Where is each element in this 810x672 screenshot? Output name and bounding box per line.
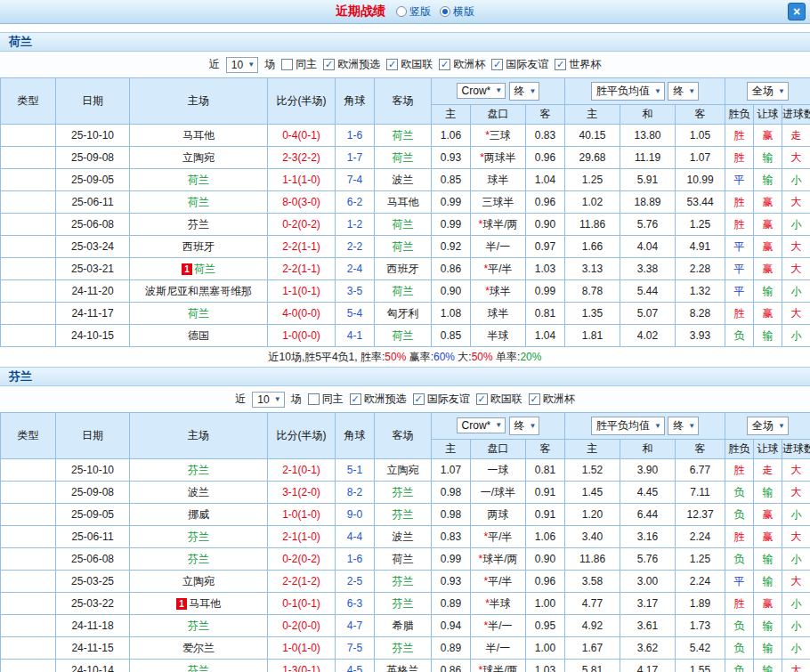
away-team-cell[interactable]: 匈牙利 xyxy=(375,303,432,325)
away-team-cell[interactable]: 立陶宛 xyxy=(375,459,432,482)
home-team-cell[interactable]: 芬兰 xyxy=(130,214,268,236)
score-cell: 0-2(0-0) xyxy=(268,615,336,637)
home-team-cell[interactable]: 立陶宛 xyxy=(130,147,268,169)
match-date-cell: 24-11-15 xyxy=(56,637,130,660)
handicap-cell: 三球半 xyxy=(471,191,526,214)
league-filter-checkbox[interactable]: ✓国际友谊 xyxy=(491,57,548,72)
corner-cell: 5-4 xyxy=(336,303,375,325)
avg-away-cell: 2.28 xyxy=(676,258,725,280)
home-team-cell[interactable]: 芬兰 xyxy=(130,459,268,482)
home-team-cell[interactable]: 德国 xyxy=(130,325,268,347)
checkbox-icon: ✓ xyxy=(350,393,361,405)
corner-cell: 9-0 xyxy=(336,504,375,526)
odds-company-select[interactable]: Crow*▼ xyxy=(457,83,506,99)
avg-draw-cell: 6.44 xyxy=(620,504,676,526)
match-date-cell: 25-10-10 xyxy=(56,459,130,482)
league-filter-checkbox[interactable]: ✓欧洲预选 xyxy=(350,392,407,407)
league-filter-checkbox[interactable]: 同主 xyxy=(308,392,344,407)
home-odds-cell: 0.86 xyxy=(432,660,471,672)
avg-type-select[interactable]: 胜平负均值▼ xyxy=(591,82,665,101)
corner-cell: 3-5 xyxy=(336,280,375,303)
away-team-cell[interactable]: 希腊 xyxy=(375,615,432,637)
home-team-cell[interactable]: 爱尔兰 xyxy=(130,637,268,660)
avg-away-cell: 1.73 xyxy=(676,615,725,637)
home-team-cell[interactable]: 马耳他 xyxy=(130,125,268,147)
match-row: 欧国联24-11-15爱尔兰1-0(1-0)7-5芬兰0.89半/一1.001.… xyxy=(1,637,810,660)
score-cell: 2-2(1-1) xyxy=(268,258,336,280)
home-team-cell[interactable]: 西班牙 xyxy=(130,236,268,258)
handicap-cell: *球半 xyxy=(471,280,526,303)
home-team-cell[interactable]: 波斯尼亚和黑塞哥维那 xyxy=(130,280,268,303)
away-team-cell[interactable]: 荷兰 xyxy=(375,125,432,147)
home-odds-cell: 0.92 xyxy=(432,236,471,258)
odds-company-select[interactable]: Crow*▼ xyxy=(457,417,506,433)
home-team-cell[interactable]: 芬兰 xyxy=(130,548,268,571)
league-filter-checkbox[interactable]: ✓国际友谊 xyxy=(413,392,470,407)
scope-select[interactable]: 全场▼ xyxy=(747,82,789,101)
away-team-cell[interactable]: 荷兰 xyxy=(375,236,432,258)
avg-away-cell: 2.24 xyxy=(676,526,725,548)
league-filter-checkbox[interactable]: ✓世界杯 xyxy=(555,57,601,72)
wdl-result-cell: 负 xyxy=(725,660,754,672)
layout-option-vertical[interactable]: 竖版 xyxy=(396,4,431,20)
league-filter-checkbox[interactable]: ✓欧洲杯 xyxy=(439,57,485,72)
summary-segment: 单率: xyxy=(493,351,521,363)
match-count-select[interactable]: 10▼ xyxy=(252,392,284,408)
league-filter-checkbox[interactable]: ✓欧国联 xyxy=(386,57,433,72)
wdl-result-cell: 平 xyxy=(725,571,754,593)
home-team-cell[interactable]: 挪威 xyxy=(130,504,268,526)
home-team-cell[interactable]: 1马耳他 xyxy=(130,593,268,615)
scope-select[interactable]: 全场▼ xyxy=(747,417,789,435)
away-team-cell[interactable]: 荷兰 xyxy=(375,548,432,571)
away-team-cell[interactable]: 芬兰 xyxy=(375,593,432,615)
home-team-cell[interactable]: 荷兰 xyxy=(130,303,268,325)
away-team-cell[interactable]: 荷兰 xyxy=(375,325,432,347)
close-button[interactable]: × xyxy=(788,3,806,20)
wdl-result-cell: 胜 xyxy=(725,526,754,548)
odds-stage-select[interactable]: 终▼ xyxy=(509,82,540,101)
away-team-cell[interactable]: 荷兰 xyxy=(375,147,432,169)
away-team-cell[interactable]: 荷兰 xyxy=(375,280,432,303)
handicap-result-cell: 赢 xyxy=(754,191,782,214)
layout-option-horizontal[interactable]: 横版 xyxy=(440,4,474,20)
league-filter-checkbox[interactable]: ✓欧洲预选 xyxy=(323,57,380,72)
avg-stage-select[interactable]: 终▼ xyxy=(668,82,699,101)
away-team-cell[interactable]: 西班牙 xyxy=(375,258,432,280)
avg-stage-select[interactable]: 终▼ xyxy=(668,417,699,435)
away-team-cell[interactable]: 芬兰 xyxy=(375,504,432,526)
home-team-cell[interactable]: 1荷兰 xyxy=(130,258,268,280)
away-team-cell[interactable]: 波兰 xyxy=(375,526,432,548)
avg-type-select[interactable]: 胜平负均值▼ xyxy=(591,417,665,435)
league-filter-checkbox[interactable]: ✓欧洲杯 xyxy=(529,392,575,407)
away-team-cell[interactable]: 马耳他 xyxy=(375,191,432,214)
home-team-cell[interactable]: 芬兰 xyxy=(130,660,268,672)
away-team-cell[interactable]: 波兰 xyxy=(375,169,432,191)
match-count-select[interactable]: 10▼ xyxy=(226,57,258,73)
odds-stage-select[interactable]: 终▼ xyxy=(509,417,540,435)
score-cell: 1-0(0-0) xyxy=(268,325,336,347)
filter-near-label: 近 xyxy=(235,392,246,407)
matches-table: 类型 日期 主场 比分(半场) 角球 客场 Crow*▼ 终▼ 胜平负均值▼ 终… xyxy=(0,412,810,672)
col-header-home: 主场 xyxy=(130,413,268,459)
match-date-cell: 25-06-11 xyxy=(56,526,130,548)
away-odds-cell: 0.96 xyxy=(526,147,565,169)
away-team-cell[interactable]: 芬兰 xyxy=(375,637,432,660)
sub-header-handicap: 盘口 xyxy=(471,105,526,125)
home-team-cell[interactable]: 芬兰 xyxy=(130,526,268,548)
home-team-cell[interactable]: 芬兰 xyxy=(130,615,268,637)
away-team-cell[interactable]: 英格兰 xyxy=(375,660,432,672)
league-filter-checkbox[interactable]: 同主 xyxy=(281,57,317,72)
home-team-cell[interactable]: 荷兰 xyxy=(130,169,268,191)
away-team-name: 荷兰 xyxy=(393,151,414,164)
home-team-cell[interactable]: 波兰 xyxy=(130,482,268,504)
away-team-cell[interactable]: 芬兰 xyxy=(375,571,432,593)
match-row: 欧国联25-03-211荷兰2-2(1-1)2-4西班牙0.86*平/半1.03… xyxy=(1,258,810,280)
goals-result-cell: 小 xyxy=(782,637,810,660)
corner-cell: 7-4 xyxy=(336,169,375,191)
league-type-cell: 欧洲预选 xyxy=(1,548,56,571)
home-team-cell[interactable]: 立陶宛 xyxy=(130,571,268,593)
away-team-cell[interactable]: 芬兰 xyxy=(375,482,432,504)
away-team-cell[interactable]: 荷兰 xyxy=(375,214,432,236)
league-filter-checkbox[interactable]: ✓欧国联 xyxy=(476,392,522,407)
home-team-cell[interactable]: 荷兰 xyxy=(130,191,268,214)
